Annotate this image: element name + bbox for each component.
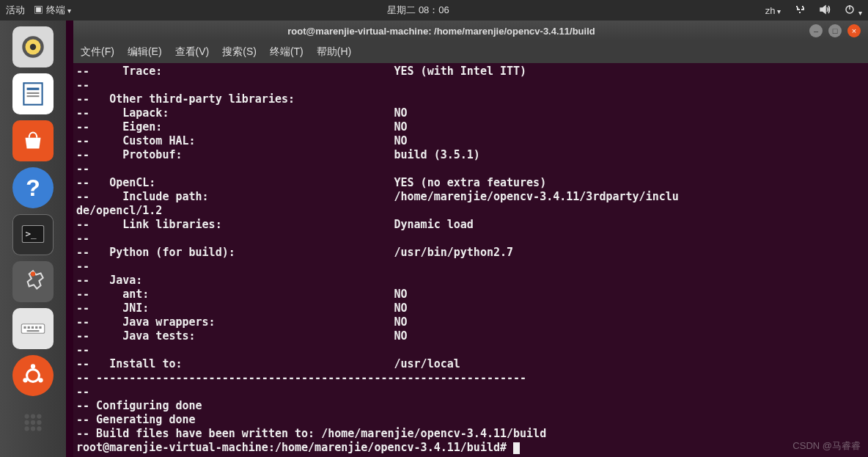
svg-point-28 <box>37 420 41 425</box>
close-button[interactable]: × <box>847 24 861 37</box>
svg-point-23 <box>24 414 29 418</box>
svg-point-29 <box>24 426 29 431</box>
input-source-indicator[interactable]: zh <box>765 5 781 16</box>
svg-rect-8 <box>27 95 40 97</box>
svg-point-30 <box>31 426 35 431</box>
clock[interactable]: 星期二 08：06 <box>71 4 765 17</box>
volume-icon[interactable] <box>819 4 831 18</box>
menu-view[interactable]: 查看(V) <box>175 45 210 59</box>
menu-search[interactable]: 搜索(S) <box>222 45 257 59</box>
svg-rect-16 <box>35 326 37 329</box>
svg-point-27 <box>31 420 35 425</box>
svg-point-25 <box>37 414 41 418</box>
cursor <box>513 442 520 454</box>
svg-point-21 <box>38 378 43 382</box>
launcher-dock: ? >_ <box>0 21 66 457</box>
launcher-terminal[interactable]: >_ <box>12 214 54 255</box>
window-title: root@marenjie-virtual-machine: /home/mar… <box>73 26 809 37</box>
power-icon[interactable] <box>844 4 862 18</box>
svg-rect-6 <box>27 88 40 90</box>
app-menu[interactable]: ▣ 终端 <box>34 4 71 17</box>
watermark: CSDN @马睿睿 <box>792 439 861 453</box>
svg-rect-7 <box>27 92 40 94</box>
svg-point-20 <box>31 364 35 368</box>
launcher-writer[interactable] <box>12 73 54 114</box>
svg-text:>_: >_ <box>26 228 37 239</box>
launcher-onscreen-keyboard[interactable] <box>12 308 54 349</box>
terminal-body[interactable]: -- Trace: YES (with Intel ITT) -- -- Oth… <box>73 63 868 457</box>
gnome-topbar: 活动 ▣ 终端 星期二 08：06 zh <box>0 0 868 21</box>
menubar: 文件(F) 编辑(E) 查看(V) 搜索(S) 终端(T) 帮助(H) <box>73 41 868 63</box>
menu-help[interactable]: 帮助(H) <box>317 45 351 59</box>
svg-point-26 <box>24 420 29 425</box>
network-icon[interactable] <box>794 4 806 18</box>
menu-edit[interactable]: 编辑(E) <box>128 45 162 59</box>
window-titlebar[interactable]: root@marenjie-virtual-machine: /home/mar… <box>73 21 868 41</box>
menu-file[interactable]: 文件(F) <box>81 45 114 59</box>
svg-point-11 <box>31 271 35 276</box>
launcher-settings[interactable] <box>12 261 54 302</box>
launcher-show-apps[interactable] <box>12 402 54 443</box>
svg-point-22 <box>23 378 27 382</box>
svg-rect-15 <box>32 326 34 329</box>
svg-point-4 <box>30 44 36 50</box>
svg-point-31 <box>37 426 41 431</box>
terminal-mini-icon: ▣ <box>34 4 43 15</box>
svg-rect-18 <box>27 330 40 332</box>
shell-prompt: root@marenjie-virtual-machine:/home/mare… <box>76 441 513 454</box>
launcher-help[interactable]: ? <box>12 167 54 208</box>
minimize-button[interactable]: – <box>809 24 823 37</box>
launcher-software[interactable] <box>12 120 54 161</box>
terminal-window: root@marenjie-virtual-machine: /home/mar… <box>73 21 868 457</box>
svg-point-19 <box>27 370 40 382</box>
svg-rect-14 <box>28 326 30 329</box>
launcher-rhythmbox[interactable] <box>12 26 54 67</box>
activities-button[interactable]: 活动 <box>6 4 25 17</box>
svg-point-24 <box>31 414 35 418</box>
maximize-button[interactable]: □ <box>828 24 842 37</box>
menu-terminal[interactable]: 终端(T) <box>270 45 304 59</box>
svg-rect-17 <box>39 326 41 329</box>
launcher-ubuntu-logo[interactable] <box>12 355 54 396</box>
svg-rect-13 <box>23 326 26 329</box>
